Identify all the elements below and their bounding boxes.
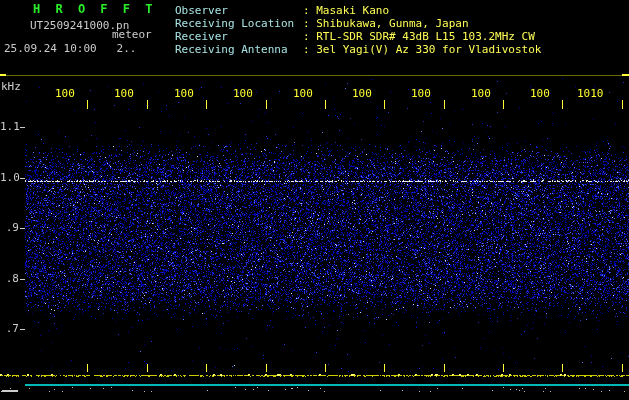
field-label-observer: Observer [175,4,228,17]
x-tick-label: 1010 [577,88,604,100]
y-tick-label: .8 [0,273,19,285]
spectrogram-canvas [0,0,629,400]
x-tick-label: 100 [114,88,134,100]
x-tick-label: 100 [471,88,491,100]
x-tick-label: 100 [233,88,253,100]
y-tick-label: 1.0 [0,172,19,184]
y-tick-label: 1.1 [0,121,19,133]
field-value-observer: : Masaki Kano [303,4,389,17]
field-value-antenna: : 3el Yagi(V) Az 330 for Vladivostok [303,43,541,56]
field-label-location: Receiving Location [175,17,294,30]
field-label-antenna: Receiving Antenna [175,43,288,56]
hrofft-screen: H R O F F T UT2509241000.pn meteor 25.09… [0,0,629,400]
y-tick-label: .9 [0,222,19,234]
x-tick-label: 100 [55,88,75,100]
field-value-receiver: : RTL-SDR SDR# 43dB L15 103.2MHz CW [303,30,535,43]
field-label-receiver: Receiver [175,30,228,43]
header-row-observer: Observer : Masaki Kano [0,4,629,17]
x-tick-label: 100 [352,88,372,100]
header-row-receiver: Receiver : RTL-SDR SDR# 43dB L15 103.2MH… [0,30,629,43]
header-row-location: Receiving Location : Shibukawa, Gunma, J… [0,17,629,30]
field-value-location: : Shibukawa, Gunma, Japan [303,17,469,30]
x-tick-label: 100 [293,88,313,100]
y-axis-unit: kHz [1,81,21,93]
x-tick-label: 100 [174,88,194,100]
y-tick-label: .7 [0,323,19,335]
x-tick-label: 100 [530,88,550,100]
header-row-antenna: Receiving Antenna : 3el Yagi(V) Az 330 f… [0,43,629,56]
x-tick-label: 100 [411,88,431,100]
